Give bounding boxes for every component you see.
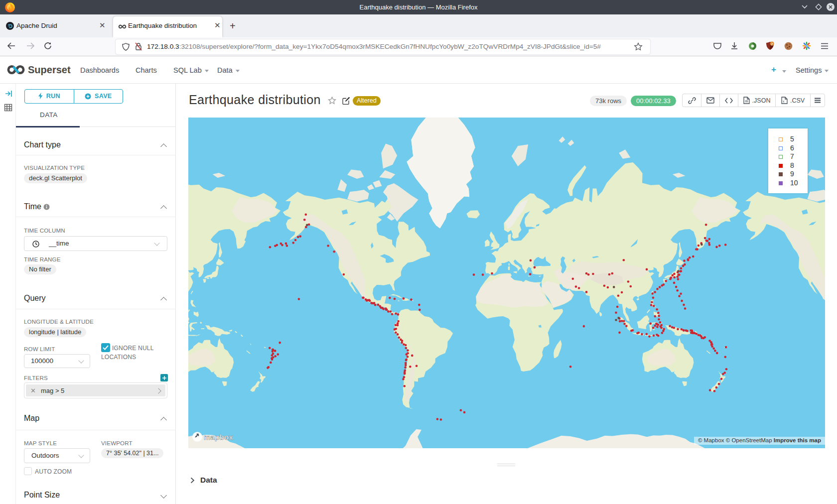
svg-text:mapbox: mapbox (204, 433, 233, 441)
svg-text:x: x (783, 100, 785, 103)
svg-text:2: 2 (771, 42, 773, 46)
